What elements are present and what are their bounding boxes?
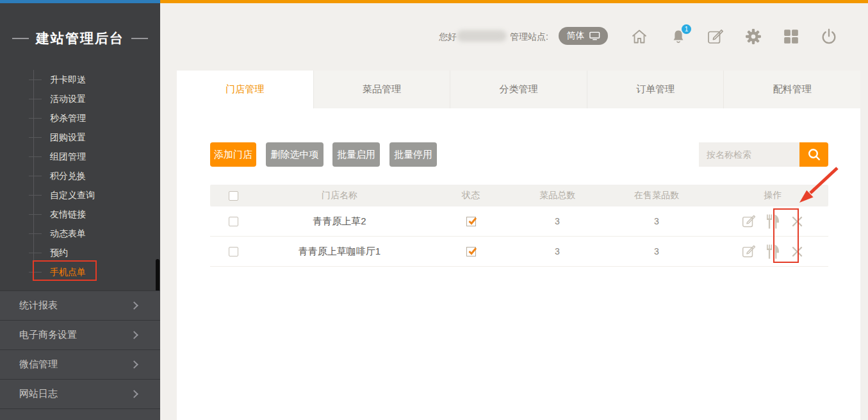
dishes-fork-knife-icon[interactable] — [765, 243, 782, 260]
batch-enable-button[interactable]: 批量启用 — [332, 142, 380, 167]
tab-store-management[interactable]: 门店管理 — [177, 71, 313, 108]
delete-x-icon[interactable] — [789, 213, 806, 230]
sidebar-item-dynamic-forms[interactable]: 动态表单 — [0, 224, 160, 243]
section-label: 网站日志 — [19, 388, 58, 400]
search-button[interactable] — [799, 142, 828, 167]
annotation-box-mobile-ordering — [33, 260, 97, 281]
column-header-status: 状态 — [423, 190, 519, 201]
section-label: 电子商务设置 — [19, 329, 77, 341]
table-row: 青青原上草咖啡厅1 3 3 — [210, 237, 828, 267]
chevron-right-icon — [130, 331, 138, 339]
tab-dish-management[interactable]: 菜品管理 — [313, 71, 450, 108]
search-input[interactable] — [699, 142, 799, 167]
row-checkbox[interactable] — [229, 247, 238, 256]
sidebar-item-activity-settings[interactable]: 活动设置 — [0, 89, 160, 108]
sidebar-item-group-buy[interactable]: 团购设置 — [0, 128, 160, 147]
greeting-text: 您好 — [439, 31, 457, 43]
tab-ingredient-management[interactable]: 配料管理 — [723, 71, 860, 108]
sidebar-sections: 统计报表 电子商务设置 微信管理 网站日志 — [0, 290, 160, 420]
tab-bar: 门店管理 菜品管理 分类管理 订单管理 配料管理 — [177, 71, 860, 108]
sidebar-item-friend-links[interactable]: 友情链接 — [0, 205, 160, 224]
sidebar-section-ecommerce-settings[interactable]: 电子商务设置 — [0, 320, 160, 349]
section-label: 统计报表 — [19, 299, 58, 312]
chevron-right-icon — [130, 390, 138, 398]
sidebar-item-group-manage[interactable]: 组团管理 — [0, 147, 160, 166]
content-panel: 添加门店 删除选中项 批量启用 批量停用 门店名称 状态 菜品总数 在售菜品数 … — [177, 108, 860, 420]
sidebar-submenu: 升卡即送 活动设置 秒杀管理 团购设置 组团管理 积分兑换 自定义查询 友情链接… — [0, 70, 160, 281]
batch-disable-button[interactable]: 批量停用 — [389, 142, 437, 167]
sidebar-section-statistics[interactable]: 统计报表 — [0, 290, 160, 320]
sidebar-item-points-exchange[interactable]: 积分兑换 — [0, 166, 160, 185]
manage-site-label: 管理站点: — [510, 31, 548, 43]
column-header-store-name: 门店名称 — [256, 190, 423, 201]
delete-selected-button[interactable]: 删除选中项 — [266, 142, 323, 167]
language-pill-button[interactable]: 简体 — [559, 27, 608, 45]
column-header-dish-total: 菜品总数 — [519, 190, 596, 201]
username-redacted — [457, 30, 507, 42]
edit-icon[interactable] — [741, 243, 757, 260]
sidebar-section-site-logs[interactable]: 网站日志 — [0, 379, 160, 408]
chevron-right-icon — [130, 360, 138, 369]
sidebar: 建站管理后台 升卡即送 活动设置 秒杀管理 团购设置 组团管理 积分兑换 自定义… — [0, 0, 160, 420]
sidebar-item-upgrade-gift[interactable]: 升卡即送 — [0, 70, 160, 89]
gear-icon[interactable] — [745, 28, 762, 45]
section-label: 微信管理 — [19, 358, 58, 371]
store-name: 青青原上草2 — [256, 215, 423, 228]
add-store-button[interactable]: 添加门店 — [210, 142, 256, 167]
language-pill-label: 简体 — [567, 30, 585, 42]
dish-on-sale: 3 — [596, 246, 717, 256]
status-checkbox-checked[interactable] — [466, 217, 476, 226]
sidebar-item-reservation[interactable]: 预约 — [0, 243, 160, 262]
store-name: 青青原上草咖啡厅1 — [256, 246, 423, 258]
row-checkbox[interactable] — [229, 217, 238, 226]
home-icon[interactable] — [631, 28, 648, 45]
dishes-fork-knife-icon[interactable] — [765, 213, 782, 230]
apps-grid-icon[interactable] — [783, 28, 799, 45]
column-header-on-sale: 在售菜品数 — [596, 190, 717, 201]
dish-total: 3 — [519, 246, 596, 256]
select-all-checkbox[interactable] — [229, 191, 238, 201]
column-header-actions: 操作 — [717, 190, 828, 201]
title-dash-left — [12, 38, 29, 39]
power-icon[interactable] — [821, 28, 837, 45]
status-checkbox-checked[interactable] — [466, 247, 476, 256]
search-group — [699, 142, 828, 167]
bell-icon[interactable]: 1 — [670, 28, 687, 45]
compose-icon[interactable] — [707, 28, 724, 45]
main-top-accent-bar — [160, 0, 868, 3]
chevron-right-icon — [130, 301, 138, 310]
sidebar-item-flash-sale[interactable]: 秒杀管理 — [0, 108, 160, 128]
store-table: 门店名称 状态 菜品总数 在售菜品数 操作 青青原上草2 3 3 — [210, 185, 828, 267]
search-icon — [807, 147, 821, 162]
monitor-icon — [589, 31, 600, 40]
main-area: 您好 管理站点: 简体 1 — [160, 0, 868, 420]
dish-total: 3 — [519, 216, 596, 226]
sidebar-header: 建站管理后台 — [0, 3, 160, 74]
tab-order-management[interactable]: 订单管理 — [587, 71, 724, 108]
app-title: 建站管理后台 — [36, 29, 124, 47]
title-dash-right — [131, 38, 148, 39]
delete-x-icon[interactable] — [789, 243, 806, 260]
table-row: 青青原上草2 3 3 — [210, 206, 828, 237]
sidebar-section-wechat[interactable]: 微信管理 — [0, 349, 160, 379]
dish-on-sale: 3 — [596, 216, 717, 226]
sidebar-item-custom-query[interactable]: 自定义查询 — [0, 185, 160, 205]
sidebar-section-divider — [0, 408, 160, 420]
tab-category-management[interactable]: 分类管理 — [450, 71, 587, 108]
table-header-row: 门店名称 状态 菜品总数 在售菜品数 操作 — [210, 185, 828, 206]
edit-icon[interactable] — [741, 213, 757, 230]
notification-badge: 1 — [682, 24, 691, 34]
